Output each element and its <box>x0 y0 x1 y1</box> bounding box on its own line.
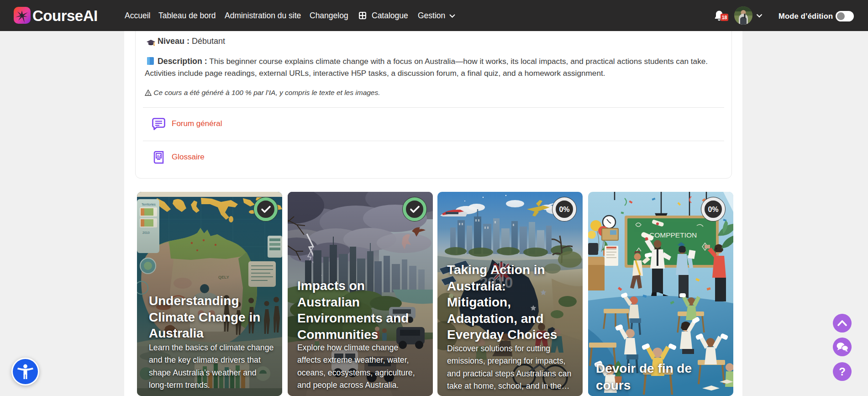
svg-text:0%: 0% <box>708 206 718 213</box>
svg-text:0%: 0% <box>559 206 569 213</box>
svg-text:COMPPETION: COMPPETION <box>649 231 697 239</box>
svg-text:AZ: AZ <box>157 154 162 158</box>
